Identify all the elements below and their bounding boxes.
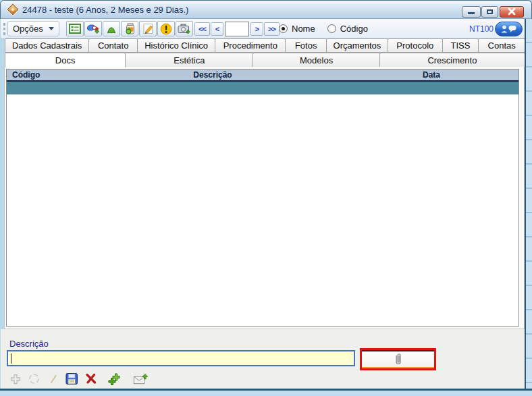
options-label: Opções (13, 24, 43, 34)
radio-nome-label: Nome (292, 24, 315, 34)
save-button[interactable] (64, 371, 80, 387)
record-actions-toolbar (7, 371, 149, 387)
people-chat-icon (500, 24, 518, 34)
tab-row-main: Dados Cadastrais Contato Histórico Clíni… (5, 38, 525, 53)
send-email-button[interactable] (133, 371, 149, 387)
tab-contato[interactable]: Contato (88, 38, 138, 53)
tab-orcamentos[interactable]: Orçamentos (326, 38, 388, 53)
add-photo-icon (178, 23, 191, 35)
nav-next-button[interactable]: > (250, 22, 263, 36)
tab-fotos[interactable]: Fotos (285, 38, 327, 53)
add-new-icon (107, 372, 121, 386)
medications-button[interactable] (84, 21, 102, 36)
window-right-edge (525, 19, 532, 389)
lab-jar-icon (124, 23, 136, 35)
tooth-button[interactable] (103, 21, 120, 36)
docs-table[interactable]: Código Descrição Data (6, 69, 519, 327)
save-icon (65, 372, 78, 385)
alert-icon (160, 23, 172, 35)
patient-form-button[interactable] (66, 21, 84, 36)
tab-procedimento[interactable]: Procedimento (215, 38, 286, 53)
tab-protocolo[interactable]: Protocolo (388, 38, 443, 53)
attach-highlight-frame (360, 348, 436, 370)
minimize-button[interactable] (462, 6, 481, 18)
notes-pencil-button[interactable] (139, 21, 157, 36)
paperclip-icon (394, 353, 403, 366)
minimize-icon (468, 12, 475, 14)
tab-modelos[interactable]: Modelos (252, 53, 379, 67)
app-window: 24478 - teste (6 Anos, 2 Meses e 29 Dias… (0, 0, 532, 396)
edit-icon (49, 374, 58, 385)
record-search-input[interactable] (225, 22, 249, 36)
add-button[interactable] (7, 371, 23, 387)
tab-docs[interactable]: Docs (5, 53, 126, 67)
notes-pencil-icon (142, 23, 154, 34)
close-icon (500, 7, 523, 17)
tab-contas[interactable]: Contas (478, 38, 525, 53)
chevron-down-icon (49, 27, 54, 30)
maximize-icon (487, 9, 493, 14)
column-header-descricao[interactable]: Descrição (81, 70, 344, 80)
options-dropdown-button[interactable]: Opções (7, 21, 59, 36)
nav-prev-button[interactable]: < (211, 22, 223, 36)
docs-table-header[interactable]: Código Descrição Data (7, 69, 518, 82)
window-bottom-edge (0, 389, 532, 396)
refresh-button[interactable] (26, 371, 42, 387)
lab-jar-button[interactable] (121, 21, 138, 36)
close-button[interactable] (500, 6, 524, 18)
main-toolbar: Opções (1, 19, 525, 38)
footer-panel: Descrição (1, 329, 525, 389)
delete-icon (84, 372, 97, 385)
alert-button[interactable] (157, 21, 175, 36)
send-email-icon (133, 372, 149, 386)
chat-button[interactable] (495, 22, 523, 36)
patient-form-icon (69, 24, 81, 34)
maximize-button[interactable] (481, 6, 498, 18)
tooth-icon (106, 24, 117, 34)
description-label: Descrição (9, 339, 49, 349)
selected-table-row[interactable] (7, 82, 518, 94)
refresh-icon (29, 374, 39, 384)
search-mode-group: Nome Código (279, 24, 376, 34)
license-label: NT100 (469, 24, 494, 34)
title-bar[interactable]: 24478 - teste (6 Anos, 2 Meses e 29 Dias… (0, 0, 532, 19)
delete-button[interactable] (83, 371, 99, 387)
nav-last-button[interactable]: >> (264, 22, 280, 36)
docs-tab-panel: Código Descrição Data (4, 67, 525, 329)
edit-button[interactable] (45, 371, 61, 387)
nav-first-button[interactable]: << (194, 22, 210, 36)
radio-codigo-label: Código (340, 24, 368, 34)
medications-icon (86, 23, 100, 34)
tab-tiss[interactable]: TISS (442, 38, 479, 53)
tab-crescimento[interactable]: Crescimento (379, 53, 525, 67)
text-caret (11, 353, 11, 364)
column-header-data[interactable]: Data (344, 70, 518, 80)
window-title: 24478 - teste (6 Anos, 2 Meses e 29 Dias… (22, 5, 188, 15)
add-icon (9, 373, 22, 385)
app-diamond-icon (7, 4, 19, 16)
tab-historico-clinico[interactable]: Histórico Clínico (137, 38, 215, 53)
radio-nome[interactable] (279, 24, 288, 33)
add-photo-button[interactable] (176, 21, 193, 36)
attach-file-button[interactable] (362, 350, 434, 368)
tab-estetica[interactable]: Estética (125, 53, 253, 67)
radio-codigo[interactable] (327, 24, 336, 33)
column-header-codigo[interactable]: Código (7, 70, 81, 80)
description-input[interactable] (7, 350, 355, 366)
add-new-record-button[interactable] (106, 371, 122, 387)
toolbar-grip[interactable] (3, 23, 5, 35)
tab-dados-cadastrais[interactable]: Dados Cadastrais (5, 38, 89, 53)
tab-row-secondary: Docs Estética Modelos Crescimento (5, 53, 525, 67)
